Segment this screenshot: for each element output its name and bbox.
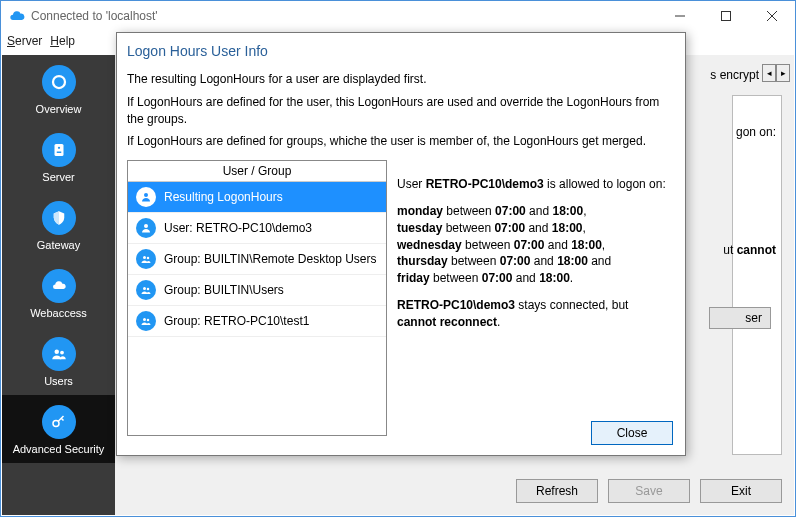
save-button[interactable]: Save [608, 479, 690, 503]
group-icon [136, 311, 156, 331]
svg-point-7 [53, 421, 59, 427]
sidebar-item-users[interactable]: Users [2, 327, 115, 395]
list-row-label: Group: RETRO-PC10\test1 [164, 314, 309, 328]
list-row-label: Resulting LogonHours [164, 190, 283, 204]
users-icon [42, 337, 76, 371]
list-row[interactable]: User: RETRO-PC10\demo3 [128, 213, 386, 244]
sidebar-item-label: Server [42, 171, 74, 183]
user-icon [136, 187, 156, 207]
sidebar-item-label: Webaccess [30, 307, 87, 319]
list-row-label: Group: BUILTIN\Users [164, 283, 284, 297]
minimize-button[interactable] [657, 1, 703, 31]
svg-point-10 [143, 256, 146, 259]
svg-point-13 [147, 288, 150, 291]
list-row[interactable]: Group: BUILTIN\Remote Desktop Users [128, 244, 386, 275]
svg-point-14 [143, 318, 146, 321]
list-row[interactable]: Group: RETRO-PC10\test1 [128, 306, 386, 337]
app-icon [9, 8, 25, 24]
sidebar-item-server[interactable]: Server [2, 123, 115, 191]
detail-footer: RETRO-PC10\demo3 stays connected, but ca… [397, 297, 671, 331]
exit-button[interactable]: Exit [700, 479, 782, 503]
menu-server[interactable]: Server [7, 34, 42, 48]
key-icon [42, 405, 76, 439]
group-icon [136, 280, 156, 300]
sidebar-item-label: Gateway [37, 239, 80, 251]
maximize-button[interactable] [703, 1, 749, 31]
sidebar-item-advanced-security[interactable]: Advanced Security [2, 395, 115, 463]
main-window: Connected to 'localhost' Server Help Ove… [0, 0, 796, 517]
shield-icon [42, 201, 76, 235]
server-icon [42, 133, 76, 167]
sidebar-item-overview[interactable]: Overview [2, 55, 115, 123]
list-row[interactable]: Group: BUILTIN\Users [128, 275, 386, 306]
svg-rect-0 [722, 12, 731, 21]
tab-scroll-arrows[interactable]: ◂▸ [762, 64, 790, 82]
sidebar: Overview Server Gateway Webaccess Users … [2, 55, 115, 515]
overview-icon [42, 65, 76, 99]
close-button[interactable] [749, 1, 795, 31]
dialog-title: Logon Hours User Info [117, 33, 685, 65]
window-controls [657, 1, 795, 31]
background-text-fragment: gon on: [736, 125, 776, 139]
svg-rect-4 [56, 152, 61, 154]
bottom-button-bar: Refresh Save Exit [516, 479, 782, 503]
list-row[interactable]: Resulting LogonHours [128, 182, 386, 213]
dialog-intro-1: The resulting LogonHours for a user are … [127, 71, 675, 88]
list-rows-container: Resulting LogonHoursUser: RETRO-PC10\dem… [128, 182, 386, 435]
svg-point-3 [57, 147, 59, 149]
dialog-body: The resulting LogonHours for a user are … [117, 71, 685, 436]
sidebar-item-label: Overview [36, 103, 82, 115]
group-icon [136, 249, 156, 269]
background-panel [732, 95, 782, 455]
dialog-intro-2: If LogonHours are defined for the user, … [127, 94, 675, 128]
svg-point-6 [60, 351, 64, 355]
window-title: Connected to 'localhost' [31, 9, 657, 23]
sidebar-item-webaccess[interactable]: Webaccess [2, 259, 115, 327]
svg-point-11 [147, 257, 150, 260]
svg-point-15 [147, 319, 150, 322]
svg-point-8 [144, 193, 148, 197]
detail-line-user: User RETRO-PC10\demo3 is allowed to logo… [397, 176, 671, 193]
background-tab-fragment: s encrypt [710, 68, 759, 82]
sidebar-item-gateway[interactable]: Gateway [2, 191, 115, 259]
menu-help[interactable]: Help [50, 34, 75, 48]
svg-rect-2 [54, 144, 63, 156]
svg-point-5 [54, 350, 59, 355]
sidebar-item-label: Advanced Security [13, 443, 105, 455]
svg-point-1 [53, 76, 65, 88]
list-row-label: Group: BUILTIN\Remote Desktop Users [164, 252, 377, 266]
logon-hours-dialog: Logon Hours User Info The resulting Logo… [116, 32, 686, 456]
sidebar-item-label: Users [44, 375, 73, 387]
cloud-icon [42, 269, 76, 303]
titlebar: Connected to 'localhost' [1, 1, 795, 31]
background-text-fragment: ut cannot [723, 243, 776, 257]
svg-point-12 [143, 287, 146, 290]
user-icon [136, 218, 156, 238]
svg-point-9 [144, 224, 148, 228]
dialog-close-button[interactable]: Close [591, 421, 673, 445]
list-header: User / Group [128, 161, 386, 182]
background-button-fragment[interactable]: ser [709, 307, 771, 329]
detail-panel: User RETRO-PC10\demo3 is allowed to logo… [397, 160, 675, 436]
dialog-intro-3: If LogonHours are defined for groups, wh… [127, 133, 675, 150]
list-row-label: User: RETRO-PC10\demo3 [164, 221, 312, 235]
detail-schedule: monday between 07:00 and 18:00,tuesday b… [397, 203, 671, 287]
user-group-list: User / Group Resulting LogonHoursUser: R… [127, 160, 387, 436]
refresh-button[interactable]: Refresh [516, 479, 598, 503]
